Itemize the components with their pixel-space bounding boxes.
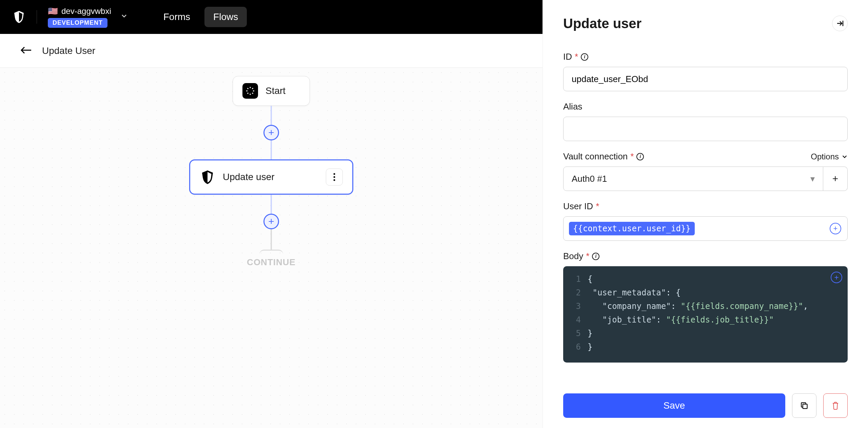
label-id: ID [563,52,572,62]
flow-node-start-label: Start [265,85,285,96]
save-button[interactable]: Save [563,393,785,418]
required-mark: * [575,52,578,62]
user-id-token: {{context.user.user_id}} [569,222,695,235]
info-icon[interactable]: i [592,253,599,260]
flow-node-start[interactable]: Start [233,76,310,106]
svg-rect-4 [803,404,807,409]
user-id-field[interactable]: {{context.user.user_id}} + [563,216,848,241]
alias-field[interactable] [563,117,848,141]
flag-icon: 🇺🇸 [48,6,58,16]
insert-variable-button[interactable]: + [831,272,842,283]
options-link[interactable]: Options [811,152,848,161]
vault-select[interactable]: Auth0 #1 ▾ [563,167,823,191]
info-icon[interactable]: i [581,53,588,61]
tenant-selector[interactable]: 🇺🇸 dev-aggvwbxi DEVELOPMENT [48,6,130,28]
delete-button[interactable] [823,393,848,418]
options-label: Options [811,152,839,161]
gear-icon [242,83,258,99]
shield-icon [200,169,215,185]
back-button[interactable] [20,45,32,57]
node-menu-button[interactable] [326,169,343,186]
page-title: Update User [42,45,95,56]
flow-node-label: Update user [223,172,275,182]
copy-button[interactable] [792,393,816,418]
svg-point-0 [249,90,252,92]
caret-down-icon: ▾ [810,174,815,184]
flow-continue-label: CONTINUE [170,257,373,268]
vault-select-value: Auth0 #1 [572,174,607,184]
svg-point-1 [334,173,335,175]
top-nav: Forms Flows [155,7,247,27]
required-mark: * [586,251,589,261]
nav-flows[interactable]: Flows [204,7,247,27]
panel-title: Update user [563,16,832,31]
label-body: Body [563,251,583,261]
flow-node-update-user[interactable]: Update user [189,159,353,195]
tenant-name: dev-aggvwbxi [61,6,111,16]
side-panel: Update user ID * i Alias [542,0,868,428]
divider [37,10,37,24]
add-node-button[interactable]: + [263,214,279,229]
label-user-id: User ID [563,201,593,212]
flow-canvas[interactable]: Start + Update user + CONTINUE [0,68,542,428]
collapse-panel-button[interactable] [832,16,848,31]
env-badge: DEVELOPMENT [48,18,107,28]
info-icon[interactable]: i [636,153,644,160]
required-mark: * [630,151,634,162]
nav-forms[interactable]: Forms [155,7,199,27]
label-vault: Vault connection [563,151,628,162]
svg-point-2 [334,176,335,178]
label-alias: Alias [563,101,582,112]
body-editor[interactable]: + 1{ 2 "user_metadata": { 3 "company_nam… [563,266,848,363]
add-node-button[interactable]: + [263,125,279,140]
insert-variable-button[interactable]: + [830,223,841,234]
app-logo-icon [12,10,26,24]
id-field[interactable] [563,67,848,91]
svg-point-3 [334,179,335,181]
add-vault-button[interactable]: + [823,167,848,191]
chevron-down-icon[interactable] [118,10,130,24]
required-mark: * [596,201,599,212]
